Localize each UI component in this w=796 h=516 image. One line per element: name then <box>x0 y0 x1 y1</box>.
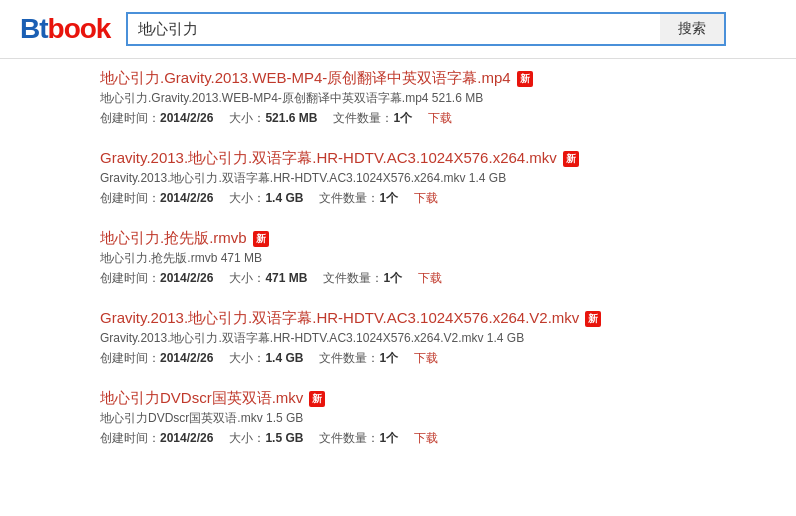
result-count: 文件数量：1个 <box>319 350 398 367</box>
result-item: 地心引力DVDscr国英双语.mkv新地心引力DVDscr国英双语.mkv 1.… <box>100 389 776 447</box>
result-desc: 地心引力.抢先版.rmvb 471 MB <box>100 250 776 267</box>
download-link[interactable]: 下载 <box>414 190 438 207</box>
result-title-line: 地心引力.抢先版.rmvb新 <box>100 229 776 248</box>
download-link[interactable]: 下载 <box>428 110 452 127</box>
result-meta: 创建时间：2014/2/26大小：1.4 GB文件数量：1个下载 <box>100 350 776 367</box>
result-date: 创建时间：2014/2/26 <box>100 350 213 367</box>
result-item: 地心引力.抢先版.rmvb新地心引力.抢先版.rmvb 471 MB创建时间：2… <box>100 229 776 287</box>
result-item: Gravity.2013.地心引力.双语字幕.HR-HDTV.AC3.1024X… <box>100 149 776 207</box>
result-size: 大小：1.4 GB <box>229 190 303 207</box>
result-date: 创建时间：2014/2/26 <box>100 110 213 127</box>
result-meta: 创建时间：2014/2/26大小：521.6 MB文件数量：1个下载 <box>100 110 776 127</box>
search-button[interactable]: 搜索 <box>660 12 726 46</box>
result-count: 文件数量：1个 <box>319 190 398 207</box>
result-desc: 地心引力DVDscr国英双语.mkv 1.5 GB <box>100 410 776 427</box>
result-count: 文件数量：1个 <box>319 430 398 447</box>
result-title-link[interactable]: 地心引力DVDscr国英双语.mkv新 <box>100 389 325 408</box>
search-bar: 搜索 <box>126 12 726 46</box>
result-title-link[interactable]: 地心引力.抢先版.rmvb新 <box>100 229 269 248</box>
result-size: 大小：1.5 GB <box>229 430 303 447</box>
download-link[interactable]: 下载 <box>418 270 442 287</box>
result-title-link[interactable]: 地心引力.Gravity.2013.WEB-MP4-原创翻译中英双语字幕.mp4… <box>100 69 533 88</box>
result-desc: Gravity.2013.地心引力.双语字幕.HR-HDTV.AC3.1024X… <box>100 330 776 347</box>
result-size: 大小：471 MB <box>229 270 307 287</box>
download-link[interactable]: 下载 <box>414 350 438 367</box>
result-item: Gravity.2013.地心引力.双语字幕.HR-HDTV.AC3.1024X… <box>100 309 776 367</box>
new-badge: 新 <box>253 231 269 247</box>
result-title-line: Gravity.2013.地心引力.双语字幕.HR-HDTV.AC3.1024X… <box>100 149 776 168</box>
result-title-line: Gravity.2013.地心引力.双语字幕.HR-HDTV.AC3.1024X… <box>100 309 776 328</box>
result-count: 文件数量：1个 <box>333 110 412 127</box>
result-count: 文件数量：1个 <box>323 270 402 287</box>
result-desc: Gravity.2013.地心引力.双语字幕.HR-HDTV.AC3.1024X… <box>100 170 776 187</box>
result-size: 大小：521.6 MB <box>229 110 317 127</box>
results-container: 地心引力.Gravity.2013.WEB-MP4-原创翻译中英双语字幕.mp4… <box>0 59 796 479</box>
result-title-link[interactable]: Gravity.2013.地心引力.双语字幕.HR-HDTV.AC3.1024X… <box>100 149 579 168</box>
new-badge: 新 <box>585 311 601 327</box>
result-date: 创建时间：2014/2/26 <box>100 430 213 447</box>
result-title-line: 地心引力.Gravity.2013.WEB-MP4-原创翻译中英双语字幕.mp4… <box>100 69 776 88</box>
header: Btbook 搜索 <box>0 0 796 59</box>
logo: Btbook <box>20 13 110 45</box>
new-badge: 新 <box>563 151 579 167</box>
logo-bt: Bt <box>20 13 48 44</box>
logo-book: book <box>48 13 111 44</box>
result-item: 地心引力.Gravity.2013.WEB-MP4-原创翻译中英双语字幕.mp4… <box>100 69 776 127</box>
result-size: 大小：1.4 GB <box>229 350 303 367</box>
result-date: 创建时间：2014/2/26 <box>100 190 213 207</box>
result-meta: 创建时间：2014/2/26大小：1.5 GB文件数量：1个下载 <box>100 430 776 447</box>
new-badge: 新 <box>517 71 533 87</box>
result-meta: 创建时间：2014/2/26大小：471 MB文件数量：1个下载 <box>100 270 776 287</box>
search-input[interactable] <box>126 12 660 46</box>
result-desc: 地心引力.Gravity.2013.WEB-MP4-原创翻译中英双语字幕.mp4… <box>100 90 776 107</box>
result-title-line: 地心引力DVDscr国英双语.mkv新 <box>100 389 776 408</box>
result-title-link[interactable]: Gravity.2013.地心引力.双语字幕.HR-HDTV.AC3.1024X… <box>100 309 601 328</box>
download-link[interactable]: 下载 <box>414 430 438 447</box>
result-date: 创建时间：2014/2/26 <box>100 270 213 287</box>
new-badge: 新 <box>309 391 325 407</box>
result-meta: 创建时间：2014/2/26大小：1.4 GB文件数量：1个下载 <box>100 190 776 207</box>
